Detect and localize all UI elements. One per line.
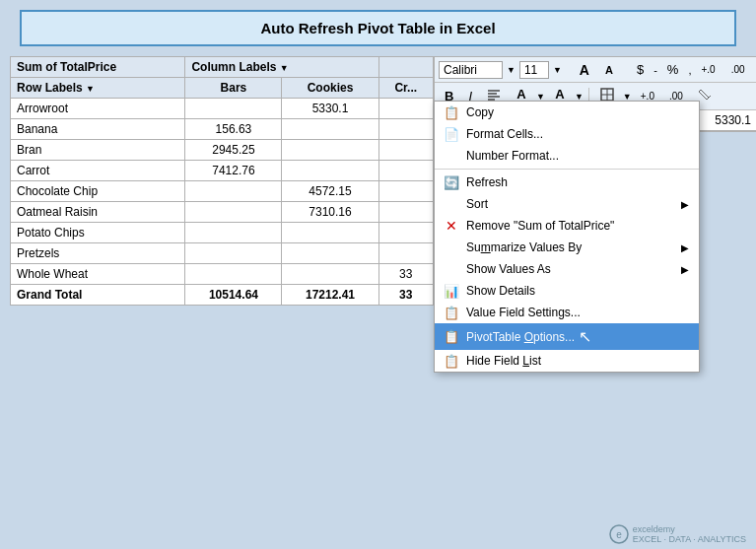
cr-value bbox=[378, 99, 434, 119]
table-row: Bran 2945.25 bbox=[11, 140, 434, 161]
format-cells-icon: 📄 bbox=[443, 125, 460, 143]
row-label: Chocolate Chip bbox=[11, 181, 185, 202]
percent-btn[interactable]: % bbox=[661, 60, 685, 79]
row-label: Pretzels bbox=[11, 243, 185, 264]
column-labels-arrow[interactable]: ▼ bbox=[280, 63, 289, 73]
cookies-value: 4572.15 bbox=[282, 181, 378, 202]
menu-item-hide-field-list[interactable]: 📋 Hide Field List bbox=[435, 350, 699, 372]
menu-item-label: Number Format... bbox=[466, 149, 559, 163]
table-row: Chocolate Chip 4572.15 bbox=[11, 181, 434, 202]
cr-value bbox=[378, 243, 434, 264]
bars-value bbox=[185, 264, 282, 285]
extra-col-header bbox=[378, 57, 434, 78]
row-label: Whole Wheat bbox=[11, 264, 185, 285]
menu-item-label: Remove "Sum of TotalPrice" bbox=[466, 219, 614, 233]
bars-value bbox=[185, 243, 282, 264]
ribbon-row-font: ▼ ▼ A A $ - % , +.0 .00 bbox=[435, 57, 756, 83]
row-label: Carrot bbox=[11, 161, 185, 181]
summarize-icon bbox=[443, 239, 460, 256]
menu-item-show-details[interactable]: 📊 Show Details bbox=[435, 280, 699, 302]
cookies-value bbox=[282, 223, 378, 243]
pivot-header-row1: Sum of TotalPrice Column Labels ▼ bbox=[11, 57, 434, 78]
row-label: Oatmeal Raisin bbox=[11, 202, 185, 223]
watermark-text: exceldemy EXCEL · DATA · ANALYTICS bbox=[633, 524, 746, 544]
menu-item-refresh[interactable]: 🔄 Refresh bbox=[435, 172, 699, 193]
fill-color-arrow[interactable]: ▼ bbox=[536, 92, 545, 102]
comma-label: , bbox=[688, 64, 691, 76]
row-label: Arrowroot bbox=[11, 99, 185, 119]
table-row: Potato Chips bbox=[11, 223, 434, 243]
bars-value bbox=[185, 181, 282, 202]
menu-item-value-field-settings[interactable]: 📋 Value Field Settings... bbox=[435, 302, 699, 323]
cursor-icon: ↖ bbox=[579, 327, 591, 346]
menu-item-copy[interactable]: 📋 Copy bbox=[435, 102, 699, 123]
font-name-input[interactable] bbox=[439, 61, 503, 79]
show-values-icon bbox=[443, 260, 460, 278]
value-field-icon: 📋 bbox=[443, 304, 460, 321]
column-labels-header[interactable]: Column Labels ▼ bbox=[185, 57, 378, 78]
grand-total-cr: 33 bbox=[378, 285, 434, 306]
watermark: e exceldemy EXCEL · DATA · ANALYTICS bbox=[609, 524, 746, 544]
bars-header: Bars bbox=[185, 78, 282, 99]
row-labels-header[interactable]: Row Labels ▼ bbox=[11, 78, 185, 99]
table-row: Arrowroot 5330.1 bbox=[11, 99, 434, 119]
show-details-icon: 📊 bbox=[443, 282, 460, 300]
cr-value bbox=[378, 223, 434, 243]
menu-item-pivottable-options[interactable]: 📋 PivotTable Options... ↖ bbox=[435, 323, 699, 350]
sum-totalprice-header: Sum of TotalPrice bbox=[11, 57, 185, 78]
table-row: Banana 156.63 bbox=[11, 119, 434, 140]
menu-item-label: Copy bbox=[466, 105, 494, 119]
menu-item-label: Value Field Settings... bbox=[466, 306, 581, 319]
table-row: Carrot 7412.76 bbox=[11, 161, 434, 181]
cookies-header: Cookies bbox=[282, 78, 378, 99]
menu-item-format-cells[interactable]: 📄 Format Cells... bbox=[435, 123, 699, 145]
border-icon bbox=[600, 88, 614, 102]
pivot-header-row2: Row Labels ▼ Bars Cookies Cr... bbox=[11, 78, 434, 99]
pivot-table: Sum of TotalPrice Column Labels ▼ Row La… bbox=[10, 56, 434, 306]
row-labels-arrow[interactable]: ▼ bbox=[86, 84, 95, 94]
cr-value bbox=[378, 202, 434, 223]
cookies-value bbox=[282, 119, 378, 140]
page-title: Auto Refresh Pivot Table in Excel bbox=[20, 10, 736, 46]
border-arrow[interactable]: ▼ bbox=[623, 92, 632, 102]
font-color-arrow[interactable]: ▼ bbox=[575, 92, 584, 102]
increase-font-btn[interactable]: A bbox=[574, 60, 595, 80]
cr-value bbox=[378, 181, 434, 202]
increase-decimal-btn[interactable]: +.0 bbox=[695, 62, 721, 77]
menu-item-sort[interactable]: Sort ▶ bbox=[435, 193, 699, 215]
summarize-submenu-arrow: ▶ bbox=[681, 242, 689, 253]
font-color-letter: A bbox=[555, 87, 564, 102]
menu-item-label: Sort bbox=[466, 197, 488, 211]
cookies-value bbox=[282, 243, 378, 264]
grand-total-bars: 10514.64 bbox=[185, 285, 282, 306]
menu-item-remove[interactable]: ✕ Remove "Sum of TotalPrice" bbox=[435, 215, 699, 237]
refresh-icon: 🔄 bbox=[443, 173, 460, 191]
svg-text:e: e bbox=[616, 529, 622, 540]
cr-value bbox=[378, 161, 434, 181]
font-size-dropdown-icon[interactable]: ▼ bbox=[553, 65, 562, 75]
pivottable-options-icon: 📋 bbox=[443, 328, 460, 346]
logo-icon: e bbox=[609, 524, 629, 544]
show-values-submenu-arrow: ▶ bbox=[681, 264, 689, 275]
menu-item-label: Summarize Values By bbox=[466, 240, 582, 254]
menu-item-label: Refresh bbox=[466, 175, 508, 189]
cookies-value bbox=[282, 140, 378, 161]
dollar-btn[interactable]: $ bbox=[631, 60, 650, 79]
menu-item-summarize[interactable]: Summarize Values By ▶ bbox=[435, 237, 699, 258]
cr-value bbox=[378, 119, 434, 140]
grand-total-label: Grand Total bbox=[11, 285, 185, 306]
sort-submenu-arrow: ▶ bbox=[681, 199, 689, 210]
decrease-decimal-btn[interactable]: .00 bbox=[725, 62, 751, 77]
cookies-value: 7310.16 bbox=[282, 202, 378, 223]
font-size-input[interactable] bbox=[519, 61, 549, 79]
font-name-dropdown-icon[interactable]: ▼ bbox=[507, 65, 515, 75]
context-menu: 📋 Copy 📄 Format Cells... Number Format..… bbox=[434, 101, 700, 373]
menu-item-label: Hide Field List bbox=[466, 354, 541, 368]
menu-item-label: Format Cells... bbox=[466, 127, 543, 141]
decrease-font-btn[interactable]: A bbox=[599, 62, 619, 78]
menu-item-label: PivotTable Options... bbox=[466, 330, 575, 344]
menu-item-show-values[interactable]: Show Values As ▶ bbox=[435, 258, 699, 280]
menu-item-number-format[interactable]: Number Format... bbox=[435, 145, 699, 167]
fill-color-letter: A bbox=[516, 87, 525, 102]
paint-icon bbox=[698, 88, 714, 102]
